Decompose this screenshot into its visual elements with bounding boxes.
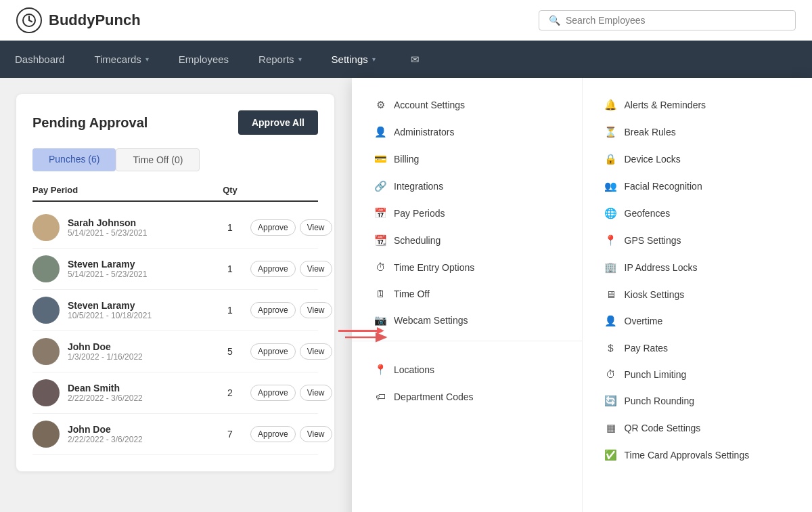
menu-time-entry-options-label: Time Entry Options — [394, 262, 474, 273]
search-input[interactable] — [566, 15, 786, 26]
menu-gps-settings[interactable]: 📍 GPS Settings — [583, 227, 813, 254]
menu-time-entry-options[interactable]: ⏱ Time Entry Options — [352, 254, 582, 280]
nav-dashboard[interactable]: Dashboard — [0, 41, 79, 78]
menu-alerts-reminders[interactable]: 🔔 Alerts & Reminders — [583, 91, 813, 119]
menu-locations[interactable]: 📍 Locations — [352, 356, 582, 383]
table-row: Steven Laramy 5/14/2021 - 5/23/2021 1 Ap… — [32, 249, 318, 290]
menu-department-codes-label: Department Codes — [394, 391, 474, 402]
menu-punch-rounding-label: Punch Rounding — [625, 396, 695, 406]
menu-pay-periods[interactable]: 📅 Pay Periods — [352, 200, 582, 227]
qr-code-icon: ▦ — [604, 422, 618, 434]
qty-cell: 5 — [210, 346, 250, 357]
menu-webcam-settings[interactable]: 📷 Webcam Settings — [352, 307, 582, 334]
nav-employees[interactable]: Employees — [164, 41, 244, 78]
menu-webcam-settings-label: Webcam Settings — [394, 315, 468, 326]
menu-department-codes[interactable]: 🏷 Department Codes — [352, 383, 582, 410]
employee-info: John Doe 2/22/2022 - 3/6/2022 — [68, 424, 210, 444]
svg-line-2 — [29, 20, 32, 22]
col-actions-header — [250, 185, 318, 195]
menu-pay-rates[interactable]: $ Pay Rates — [583, 335, 813, 361]
approve-button[interactable]: Approve — [250, 261, 296, 277]
nav-reports-label: Reports — [258, 54, 294, 65]
nav-employees-label: Employees — [179, 54, 229, 65]
menu-pay-rates-label: Pay Rates — [625, 343, 669, 354]
employee-period: 2/22/2022 - 3/6/2022 — [68, 393, 210, 403]
nav-reports[interactable]: Reports ▾ — [244, 41, 317, 78]
gps-icon: 📍 — [604, 234, 618, 247]
pending-approval-card: Pending Approval Approve All Punches (6)… — [16, 94, 334, 471]
menu-integrations[interactable]: 🔗 Integrations — [352, 173, 582, 200]
menu-account-settings[interactable]: ⚙ Account Settings — [352, 91, 582, 119]
approve-button[interactable]: Approve — [250, 343, 296, 360]
menu-time-off[interactable]: 🗓 Time Off — [352, 280, 582, 307]
approve-button[interactable]: Approve — [250, 219, 296, 236]
logo-text: BuddyPunch — [49, 12, 141, 29]
menu-account-settings-label: Account Settings — [394, 100, 465, 110]
pay-rates-icon: $ — [604, 342, 618, 354]
nav-timecards[interactable]: Timecards ▾ — [79, 41, 163, 78]
menu-kiosk-settings[interactable]: 🖥 Kiosk Settings — [583, 281, 813, 307]
col-pay-period-header: Pay Period — [32, 185, 210, 195]
view-button[interactable]: View — [300, 426, 332, 442]
table-rows: Sarah Johnson 5/14/2021 - 5/23/2021 1 Ap… — [32, 207, 318, 455]
menu-billing[interactable]: 💳 Billing — [352, 146, 582, 173]
menu-break-rules[interactable]: ⏳ Break Rules — [583, 119, 813, 146]
dropdown-col-1: ⚙ Account Settings 👤 Administrators 💳 Bi… — [352, 78, 583, 512]
qty-cell: 1 — [210, 263, 250, 274]
row-actions: Approve View — [250, 302, 318, 318]
view-button[interactable]: View — [300, 385, 332, 401]
menu-qr-code-settings[interactable]: ▦ QR Code Settings — [583, 414, 813, 442]
qty-cell: 7 — [210, 429, 250, 440]
menu-device-locks[interactable]: 🔒 Device Locks — [583, 146, 813, 173]
approve-all-button[interactable]: Approve All — [238, 110, 318, 135]
view-button[interactable]: View — [300, 219, 332, 236]
employee-period: 2/22/2022 - 3/6/2022 — [68, 435, 210, 444]
nav-mail[interactable]: ✉ — [396, 41, 434, 78]
tabs-container: Punches (6) Time Off (0) — [32, 148, 318, 171]
avatar — [32, 255, 60, 282]
approve-button[interactable]: Approve — [250, 385, 296, 401]
employee-info: Steven Laramy 5/14/2021 - 5/23/2021 — [68, 259, 210, 279]
time-entry-icon: ⏱ — [374, 261, 387, 273]
settings-icon: ⚙ — [374, 99, 387, 111]
table-header: Pay Period Qty — [32, 185, 318, 202]
employee-info: Dean Smith 2/22/2022 - 3/6/2022 — [68, 383, 210, 403]
view-button[interactable]: View — [300, 343, 332, 360]
menu-device-locks-label: Device Locks — [625, 154, 681, 165]
menu-time-card-approvals[interactable]: ✅ Time Card Approvals Settings — [583, 442, 813, 469]
employee-period: 1/3/2022 - 1/16/2022 — [68, 352, 210, 362]
menu-geofences-label: Geofences — [625, 208, 671, 219]
menu-geofences[interactable]: 🌐 Geofences — [583, 200, 813, 227]
view-button[interactable]: View — [300, 261, 332, 277]
menu-overtime[interactable]: 👤 Overtime — [583, 307, 813, 335]
card-title: Pending Approval — [32, 115, 148, 131]
tab-punches[interactable]: Punches (6) — [32, 148, 116, 171]
approve-button[interactable]: Approve — [250, 302, 296, 318]
tab-time-off[interactable]: Time Off (0) — [116, 148, 200, 171]
chevron-down-icon: ▾ — [145, 56, 149, 63]
employee-name: Steven Laramy — [68, 300, 210, 311]
menu-punch-limiting-label: Punch Limiting — [625, 369, 687, 380]
locations-icon: 📍 — [374, 364, 387, 376]
pay-periods-icon: 📅 — [374, 207, 387, 219]
menu-ip-address-locks[interactable]: 🏢 IP Address Locks — [583, 254, 813, 281]
menu-punch-limiting[interactable]: ⏱ Punch Limiting — [583, 361, 813, 387]
menu-punch-rounding[interactable]: 🔄 Punch Rounding — [583, 387, 813, 414]
nav-settings-label: Settings — [332, 54, 368, 65]
table-row: Dean Smith 2/22/2022 - 3/6/2022 2 Approv… — [32, 372, 318, 414]
time-off-icon: 🗓 — [374, 288, 387, 299]
approve-button[interactable]: Approve — [250, 426, 296, 442]
nav-settings[interactable]: Settings ▾ — [317, 41, 390, 78]
qty-cell: 2 — [210, 387, 250, 398]
menu-facial-recognition[interactable]: 👥 Facial Recognition — [583, 173, 813, 200]
view-button[interactable]: View — [300, 302, 332, 318]
table-row: John Doe 2/22/2022 - 3/6/2022 7 Approve … — [32, 414, 318, 455]
search-bar[interactable]: 🔍 — [539, 10, 796, 30]
table-row: John Doe 1/3/2022 - 1/16/2022 5 Approve … — [32, 331, 318, 372]
menu-administrators[interactable]: 👤 Administrators — [352, 119, 582, 146]
admin-icon: 👤 — [374, 126, 387, 138]
employee-name: John Doe — [68, 424, 210, 435]
alerts-icon: 🔔 — [604, 99, 618, 111]
overtime-icon: 👤 — [604, 315, 618, 327]
menu-scheduling[interactable]: 📆 Scheduling — [352, 227, 582, 254]
